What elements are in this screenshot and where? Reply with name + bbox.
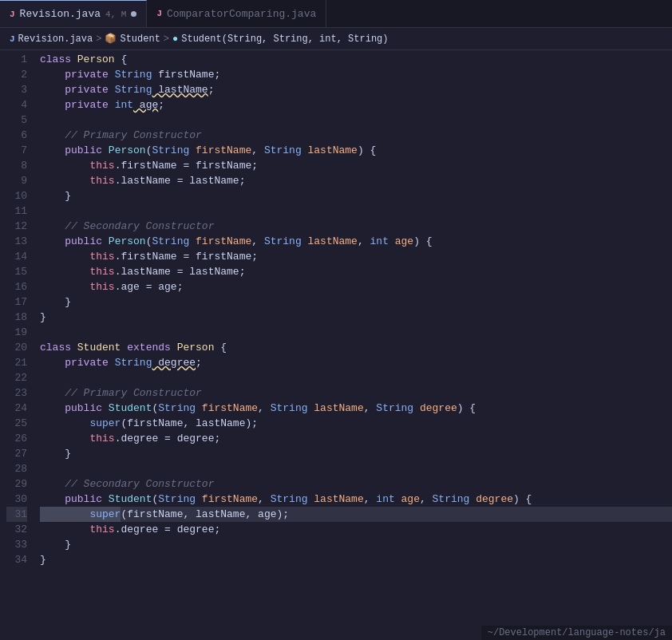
token-classname: Person	[177, 340, 215, 355]
breadcrumb-icon2: ●	[172, 34, 178, 45]
line-number-25: 25	[6, 416, 27, 431]
tab-comparator[interactable]: J ComparatorComparing.java	[147, 0, 326, 27]
token-punct: )	[245, 416, 251, 431]
token-var: lastName	[121, 173, 170, 188]
token-type: String	[264, 143, 302, 158]
code-line-27: }	[40, 446, 672, 461]
token-punct: .	[115, 158, 121, 173]
token-punct: =	[171, 173, 189, 188]
token-punct: ;	[214, 67, 220, 82]
code-line-4: private int age;	[40, 97, 672, 113]
token-punct: .	[115, 173, 121, 188]
line-number-23: 23	[6, 385, 27, 401]
tab-number: 4, M	[105, 10, 126, 19]
token-punct: =	[177, 249, 196, 264]
code-line-5	[40, 113, 672, 128]
line-number-4: 4	[6, 97, 27, 113]
token-punct: ) {	[457, 401, 476, 416]
tab-bar: J Revision.java 4, M J ComparatorCompari…	[0, 0, 672, 28]
token-punct: }	[40, 537, 71, 552]
token-punct: .	[115, 431, 121, 446]
token-super-kw: super	[40, 507, 121, 522]
editor: 1234567891011121314151617181920212223242…	[0, 50, 672, 640]
token-kw: class	[40, 340, 77, 355]
token-var: age	[258, 507, 276, 522]
code-line-1: class Person {	[40, 52, 672, 67]
line-number-22: 22	[6, 370, 27, 385]
status-path: ~/Development/language-notes/ja	[488, 627, 666, 638]
token-punct: (	[121, 507, 127, 522]
code-line-2: private String firstName;	[40, 67, 672, 82]
token-var: degree	[177, 522, 215, 537]
code-content[interactable]: class Person { private String firstName;…	[34, 50, 672, 640]
breadcrumb-method[interactable]: Student(String, String, int, String)	[181, 34, 388, 45]
breadcrumb-icon1: 📦	[105, 33, 117, 45]
token-type: String	[115, 355, 152, 370]
code-line-31: 💡 super(firstName, lastName, age);	[40, 507, 672, 522]
token-punct: ,	[183, 507, 196, 522]
token-param: degree	[469, 492, 513, 507]
token-var: lastName	[189, 264, 239, 279]
token-punct: ) {	[413, 234, 432, 249]
token-punct: ;	[196, 355, 202, 370]
token-type: String	[271, 492, 308, 507]
token-punct: ,	[251, 234, 264, 249]
token-punct: (	[152, 492, 158, 507]
token-kw: private	[40, 82, 115, 97]
line-number-12: 12	[6, 219, 27, 234]
token-type: String	[433, 492, 470, 507]
token-var: lastName	[152, 82, 208, 97]
token-param: firstName	[196, 401, 258, 416]
token-method: Person	[109, 143, 146, 158]
line-number-33: 33	[6, 537, 27, 552]
line-number-11: 11	[6, 203, 27, 219]
token-punct: ) {	[358, 143, 376, 158]
code-line-17: }	[40, 294, 672, 310]
token-param: degree	[413, 401, 457, 416]
code-line-22	[40, 370, 672, 385]
token-type: String	[152, 143, 189, 158]
tab-revision[interactable]: J Revision.java 4, M	[0, 0, 147, 27]
token-punct: =	[140, 279, 158, 294]
breadcrumb-file[interactable]: Revision.java	[18, 34, 93, 45]
token-punct: {	[214, 340, 227, 355]
token-var: age	[121, 279, 139, 294]
code-line-28	[40, 461, 672, 476]
token-var: age	[133, 97, 158, 113]
code-line-13: public Person(String firstName, String l…	[40, 234, 672, 249]
token-kw: public	[40, 143, 109, 158]
token-punct: ;	[251, 249, 258, 264]
line-number-10: 10	[6, 188, 27, 203]
line-number-13: 13	[6, 234, 27, 249]
token-var: firstName	[127, 507, 183, 522]
line-number-30: 30	[6, 492, 27, 507]
token-kw: public	[40, 401, 109, 416]
token-punct: ;	[283, 507, 289, 522]
code-line-24: public Student(String firstName, String …	[40, 401, 672, 416]
token-var: lastName	[189, 173, 239, 188]
line-number-29: 29	[6, 476, 27, 492]
token-this-kw: this	[40, 431, 115, 446]
line-number-8: 8	[6, 158, 27, 173]
token-this-kw: this	[40, 249, 115, 264]
breadcrumb-student[interactable]: Student	[120, 34, 160, 45]
token-var: age	[158, 279, 176, 294]
token-punct: ;	[177, 279, 184, 294]
token-param: lastName	[302, 143, 358, 158]
token-punct: }	[40, 188, 71, 203]
token-punct: =	[171, 264, 189, 279]
code-area: 1234567891011121314151617181920212223242…	[0, 50, 672, 640]
token-punct: }	[40, 552, 46, 567]
token-kw: private	[40, 67, 115, 82]
code-line-14: this.firstName = firstName;	[40, 249, 672, 264]
token-comment: // Secondary Constructor	[40, 219, 214, 234]
code-line-10: }	[40, 188, 672, 203]
token-param: age	[395, 492, 420, 507]
token-var: degree	[121, 522, 158, 537]
token-punct: ,	[251, 143, 264, 158]
token-method: Student	[109, 401, 152, 416]
token-punct: }	[40, 446, 71, 461]
token-var: firstName	[127, 416, 183, 431]
token-var: lastName	[196, 507, 245, 522]
bulb-icon[interactable]: 💡	[34, 507, 36, 522]
